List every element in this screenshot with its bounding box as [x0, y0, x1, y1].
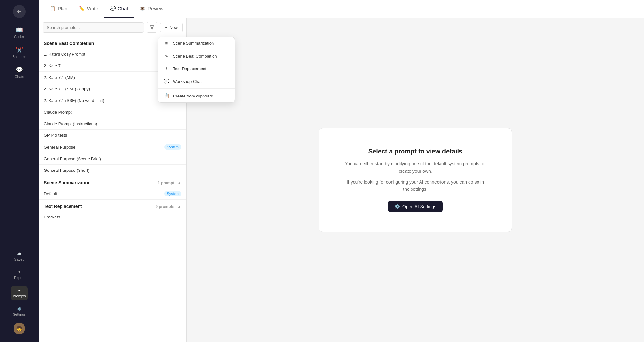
- tab-write[interactable]: ✏️ Write: [73, 0, 104, 18]
- gear-icon: ⚙️: [394, 204, 400, 209]
- open-settings-label: Open AI Settings: [402, 204, 436, 209]
- prompt-label: Claude Prompt (Instructions): [44, 121, 97, 126]
- search-input-wrap: [43, 22, 144, 33]
- tab-chat[interactable]: 💬 Chat: [104, 0, 134, 18]
- export-icon: ⬆: [18, 270, 21, 274]
- saved-icon: ☁️: [17, 252, 22, 256]
- dropdown-workshop-chat-label: Workshop Chat: [173, 79, 202, 84]
- section-scene-summarization-title: Scene Summarization: [44, 180, 91, 185]
- dropdown-item-workshop-chat[interactable]: 💬 Workshop Chat: [158, 75, 235, 88]
- filter-button[interactable]: [147, 22, 157, 33]
- list-item[interactable]: Claude Prompt (Instructions): [39, 118, 186, 130]
- section-text-replacement-title: Text Replacement: [44, 204, 82, 209]
- sidebar-export-label: Export: [14, 276, 24, 280]
- prompt-label: 2. Kate 7: [44, 63, 61, 68]
- empty-state: Select a prompt to view details You can …: [319, 128, 512, 232]
- top-nav: 📋 Plan ✏️ Write 💬 Chat 👁️ Review: [39, 0, 644, 18]
- sidebar-item-prompts[interactable]: ✦ Prompts: [11, 286, 27, 300]
- list-item[interactable]: Default System: [39, 188, 186, 200]
- new-button[interactable]: + New: [160, 23, 183, 32]
- sidebar-prompts-label: Prompts: [13, 294, 26, 298]
- text-replacement-icon: I: [163, 66, 170, 71]
- dropdown-divider: [158, 88, 235, 89]
- scene-beat-icon: ∿: [163, 53, 170, 59]
- section-scene-summarization-meta: 1 prompt ▲: [158, 180, 181, 185]
- chevron-up-icon-2[interactable]: ▲: [177, 204, 181, 209]
- tab-review[interactable]: 👁️ Review: [134, 0, 169, 18]
- prompt-label: General Purpose: [44, 145, 75, 150]
- prompt-label: Default: [44, 191, 57, 196]
- list-item[interactable]: Claude Prompt: [39, 106, 186, 118]
- prompt-label: 1. Kate's Cosy Prompt: [44, 52, 85, 57]
- chevron-up-icon[interactable]: ▲: [177, 181, 181, 185]
- avatar[interactable]: 🧑: [14, 323, 25, 334]
- prompts-panel: + New ≡ Scene Summarization ∿ Scene Beat…: [39, 18, 187, 342]
- search-bar: + New: [39, 18, 186, 37]
- sidebar-item-snippets[interactable]: ✂️ Snippets: [0, 43, 39, 62]
- tab-chat-label: Chat: [118, 6, 128, 11]
- sidebar-bottom: ☁️ Saved ⬆ Export ✦ Prompts ⚙️ Settings …: [10, 249, 29, 337]
- new-dropdown: ≡ Scene Summarization ∿ Scene Beat Compl…: [158, 37, 235, 103]
- review-icon: 👁️: [139, 6, 146, 12]
- tab-plan-label: Plan: [58, 6, 67, 11]
- prompts-icon: ✦: [18, 289, 21, 293]
- prompt-label: Brackets: [44, 215, 60, 219]
- sidebar-item-settings[interactable]: ⚙️ Settings: [10, 304, 28, 319]
- prompt-label: 2. Kate 7.1 (SSF) (Copy): [44, 87, 90, 91]
- clipboard-icon: 📋: [163, 93, 170, 99]
- sidebar-item-export[interactable]: ⬆ Export: [12, 268, 27, 282]
- panel-area: 📋 Plan ✏️ Write 💬 Chat 👁️ Review: [39, 0, 644, 342]
- dropdown-item-text-replacement[interactable]: I Text Replacement: [158, 62, 235, 75]
- system-badge: System: [164, 191, 181, 196]
- section-text-replacement: Text Replacement 9 prompts ▲: [39, 200, 186, 211]
- list-item[interactable]: General Purpose System: [39, 141, 186, 153]
- sidebar-codex-label: Codex: [14, 35, 24, 39]
- sidebar-item-codex[interactable]: 📖 Codex: [0, 23, 39, 42]
- svg-marker-0: [150, 26, 154, 29]
- section-text-replacement-count: 9 prompts: [156, 204, 174, 209]
- dropdown-item-scene-summarization[interactable]: ≡ Scene Summarization: [158, 37, 235, 50]
- system-badge: System: [164, 144, 181, 150]
- sidebar-item-chats[interactable]: 💬 Chats: [0, 63, 39, 82]
- dropdown-item-create-clipboard[interactable]: 📋 Create from clipboard: [158, 89, 235, 102]
- plan-icon: 📋: [50, 6, 56, 12]
- prompt-label: 2. Kate 7.1 (MM): [44, 75, 75, 80]
- tab-review-label: Review: [147, 6, 163, 11]
- content-area: + New ≡ Scene Summarization ∿ Scene Beat…: [39, 18, 644, 342]
- plus-icon: +: [165, 25, 167, 30]
- sidebar: 📖 Codex ✂️ Snippets 💬 Chats ☁️ Saved ⬆ E…: [0, 0, 39, 342]
- dropdown-item-scene-beat-completion[interactable]: ∿ Scene Beat Completion: [158, 50, 235, 62]
- sidebar-saved-label: Saved: [14, 257, 24, 261]
- sidebar-snippets-label: Snippets: [13, 55, 26, 59]
- new-button-label: New: [169, 25, 178, 30]
- list-item[interactable]: General Purpose (Short): [39, 165, 186, 176]
- dropdown-scene-summarization-label: Scene Summarization: [173, 41, 214, 46]
- write-icon: ✏️: [79, 6, 85, 12]
- dropdown-text-replacement-label: Text Replacement: [173, 66, 206, 71]
- dropdown-scene-beat-label: Scene Beat Completion: [173, 54, 217, 59]
- back-button[interactable]: [13, 5, 26, 18]
- workshop-chat-icon: 💬: [163, 79, 170, 84]
- tab-plan[interactable]: 📋 Plan: [44, 0, 73, 18]
- open-ai-settings-button[interactable]: ⚙️ Open AI Settings: [388, 201, 443, 212]
- scene-summarization-icon: ≡: [163, 41, 170, 46]
- empty-state-desc2: If you're looking for configuring your A…: [345, 179, 486, 193]
- section-text-replacement-meta: 9 prompts ▲: [156, 204, 181, 209]
- main-content: Select a prompt to view details You can …: [187, 18, 644, 342]
- prompt-label: GPT4o tests: [44, 133, 67, 138]
- snippets-icon: ✂️: [16, 46, 23, 53]
- list-item[interactable]: GPT4o tests: [39, 130, 186, 141]
- prompt-label: Claude Prompt: [44, 110, 72, 115]
- section-scene-beat-title: Scene Beat Completion: [44, 41, 94, 46]
- section-scene-summarization: Scene Summarization 1 prompt ▲: [39, 176, 186, 188]
- search-input[interactable]: [43, 22, 144, 33]
- section-scene-summarization-count: 1 prompt: [158, 181, 174, 185]
- list-item[interactable]: General Purpose (Scene Brief): [39, 153, 186, 165]
- dropdown-clipboard-label: Create from clipboard: [173, 94, 213, 98]
- sidebar-item-saved[interactable]: ☁️ Saved: [12, 249, 27, 264]
- chats-icon: 💬: [16, 66, 23, 73]
- tab-write-label: Write: [87, 6, 98, 11]
- prompt-label: 2. Kate 7.1 (SSF) (No word limit): [44, 98, 104, 103]
- list-item[interactable]: Brackets: [39, 211, 186, 223]
- prompt-label: General Purpose (Scene Brief): [44, 156, 101, 161]
